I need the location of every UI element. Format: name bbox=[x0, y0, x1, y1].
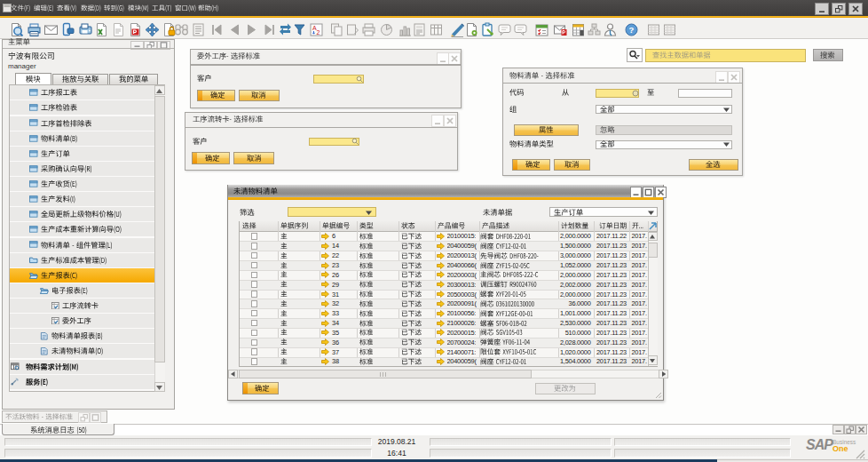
svg-text:?: ? bbox=[628, 25, 634, 35]
svg-text:2: 2 bbox=[316, 29, 320, 36]
